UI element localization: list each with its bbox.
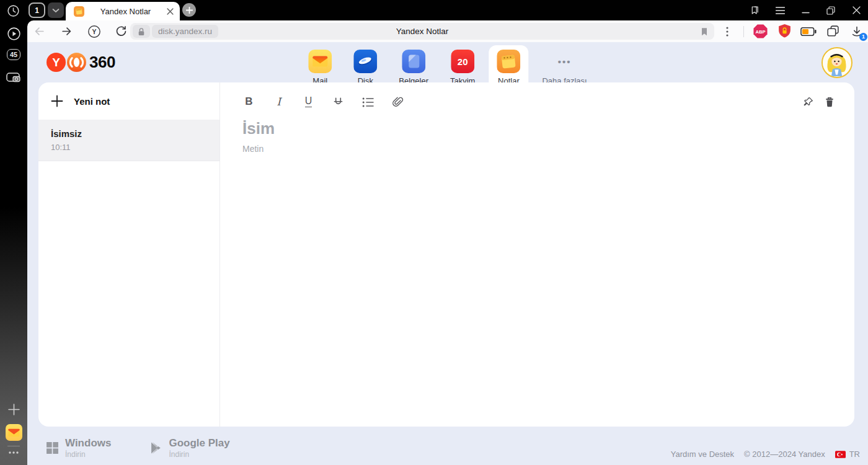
svg-text:Y: Y (92, 28, 96, 35)
documents-app-icon (402, 50, 425, 73)
note-title: İsimsiz (51, 128, 207, 139)
yandex-mail-shortcut-icon[interactable] (0, 424, 27, 441)
editor-toolbar: B I U (242, 91, 832, 113)
page-footer: Windows İndirin Google Play İndirin Yard… (27, 427, 868, 465)
url-bar[interactable]: disk.yandex.ru Yandex Notlar (130, 23, 714, 40)
download-action: İndirin (65, 450, 111, 459)
note-time: 10:11 (51, 143, 207, 152)
service-header: Y 360 (27, 42, 868, 82)
copyright-text: © 2012—2024 Yandex (744, 450, 825, 459)
yandex-services-button[interactable]: Y (86, 23, 102, 40)
download-googleplay-link[interactable]: Google Play İndirin (149, 437, 229, 459)
bold-button[interactable]: B (242, 95, 255, 108)
notes-list-panel: Yeni not İsimsiz 10:11 (38, 82, 220, 427)
notes-card: Yeni not İsimsiz 10:11 B I U (38, 82, 854, 427)
tab-list-chevron-button[interactable] (48, 2, 64, 18)
tab-favicon-notes-icon (74, 6, 84, 17)
note-body-input[interactable]: Metin (242, 144, 832, 154)
tab-counter-button[interactable]: 1 (29, 2, 45, 18)
note-title-input[interactable]: İsim (242, 119, 832, 138)
tab-title: Yandex Notlar (84, 7, 167, 16)
adblock-plus-icon[interactable]: ABP (752, 24, 768, 40)
browser-tab[interactable]: Yandex Notlar (66, 2, 180, 20)
sidebar-divider (7, 446, 20, 446)
history-icon[interactable] (6, 4, 20, 17)
download-windows-link[interactable]: Windows İndirin (46, 437, 111, 459)
new-tab-button[interactable] (182, 3, 196, 17)
calendar-day-badge: 20 (451, 50, 474, 73)
turkey-flag-icon (835, 451, 846, 458)
mail-app-icon (308, 50, 332, 73)
sidebar-add-icon[interactable] (0, 404, 27, 415)
notes-app-icon (497, 50, 520, 73)
download-count-badge: 1 (859, 33, 867, 41)
bookmarks-panel-icon[interactable] (748, 4, 761, 17)
disk-app-icon (353, 50, 377, 73)
browser-sidebar: 45 (0, 20, 27, 465)
tab-close-icon[interactable] (167, 8, 174, 15)
url-domain[interactable]: disk.yandex.ru (152, 25, 218, 38)
windows-icon (46, 441, 59, 454)
tabs-panel-icon[interactable] (825, 24, 841, 40)
download-platform: Google Play (169, 437, 229, 450)
back-button[interactable] (31, 23, 48, 40)
window-minimize-button[interactable] (799, 4, 812, 17)
new-note-label: Yeni not (74, 96, 110, 107)
forward-button[interactable] (58, 23, 75, 40)
yandex360-logo[interactable]: Y 360 (46, 53, 115, 72)
toolbar-separator (743, 26, 744, 37)
y360-logo-icon (67, 53, 86, 72)
help-support-link[interactable]: Yardım ve Destek (671, 450, 734, 459)
user-avatar[interactable] (822, 47, 852, 78)
locale-switcher[interactable]: TR (835, 450, 860, 459)
downloads-icon[interactable]: 1 (849, 24, 865, 40)
bullet-list-button[interactable] (361, 95, 374, 108)
secure-lock-icon[interactable] (133, 25, 150, 38)
sidebar-more-icon[interactable] (0, 451, 27, 454)
browser-toolbar: Y disk.yandex.ru Yandex Notlar ABP (27, 20, 868, 42)
window-close-button[interactable] (849, 4, 863, 17)
download-action: İndirin (169, 450, 229, 459)
strikethrough-button[interactable] (332, 95, 345, 108)
browser-menu-icon[interactable] (773, 4, 787, 17)
add-bookmark-icon[interactable] (699, 27, 709, 37)
battery-icon (800, 24, 817, 40)
reload-button[interactable] (113, 23, 130, 40)
protect-shield-icon[interactable] (776, 24, 792, 40)
download-platform: Windows (65, 437, 111, 450)
yandex-logo-icon: Y (46, 53, 66, 72)
pin-note-button[interactable] (802, 95, 815, 108)
underline-button[interactable]: U (302, 95, 315, 108)
note-list-item[interactable]: İsimsiz 10:11 (38, 120, 219, 161)
screenshot-camera-icon[interactable] (0, 71, 27, 84)
note-editor: B I U (220, 82, 854, 427)
svg-text:ABP: ABP (755, 29, 765, 35)
window-restore-button[interactable] (824, 4, 838, 17)
new-note-button[interactable]: Yeni not (38, 82, 219, 120)
more-apps-icon: ••• (553, 50, 577, 73)
locale-code: TR (849, 450, 860, 459)
toolbar-kebab-menu-icon[interactable] (719, 24, 735, 40)
browser-titlebar: 1 Yandex Notlar (0, 0, 868, 20)
attach-file-button[interactable] (391, 95, 404, 108)
google-play-icon (149, 441, 162, 454)
yandex360-page: Y 360 (27, 42, 868, 465)
delete-note-button[interactable] (823, 95, 836, 108)
editor-actions (802, 91, 836, 113)
browser-window: 1 Yandex Notlar (0, 0, 868, 465)
video-play-icon[interactable] (0, 27, 27, 41)
logo-360-text: 360 (89, 53, 115, 72)
tabs-count-badge[interactable]: 45 (0, 49, 27, 60)
italic-button[interactable]: I (272, 95, 285, 108)
plus-icon (51, 95, 63, 107)
calendar-app-icon: 20 (451, 50, 474, 73)
